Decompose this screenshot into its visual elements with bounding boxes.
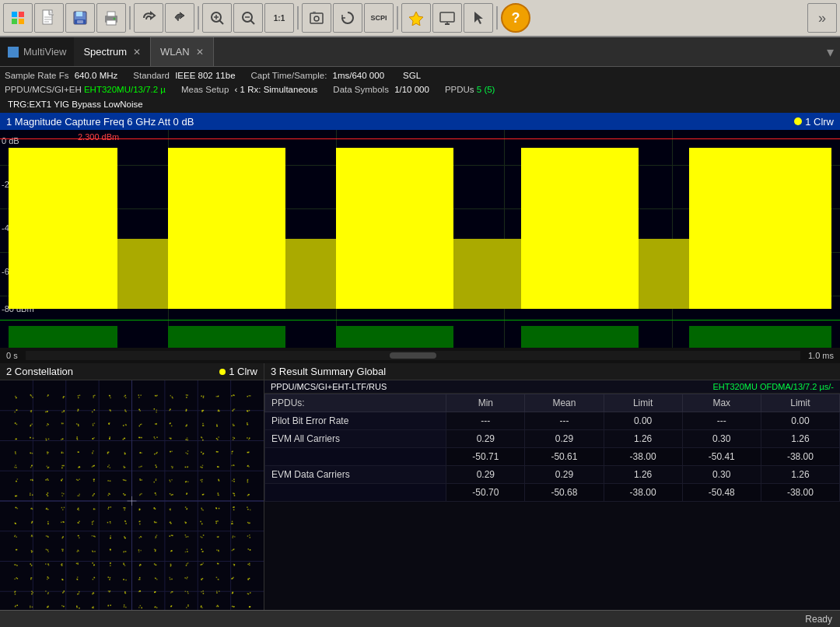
cell-max: --- bbox=[682, 412, 761, 430]
col-min: Min bbox=[446, 394, 525, 412]
toolbar: 1:1 SCPI ? » bbox=[0, 0, 840, 37]
display-button[interactable] bbox=[432, 3, 462, 33]
zoom-in-button[interactable] bbox=[202, 3, 232, 33]
results-title: 3 Result Summary Global bbox=[271, 366, 386, 377]
time-scrollbar[interactable] bbox=[26, 351, 800, 360]
new-file-button[interactable] bbox=[34, 3, 64, 33]
svg-marker-26 bbox=[409, 12, 423, 26]
info-row-1: Sample Rate Fs 640.0 MHz Standard IEEE 8… bbox=[5, 68, 835, 82]
table-row: Pilot Bit Error Rate --- --- 0.00 --- 0.… bbox=[265, 412, 840, 430]
constellation-plot bbox=[0, 380, 264, 622]
svg-rect-14 bbox=[107, 20, 116, 25]
signal-block-4 bbox=[521, 148, 639, 309]
cell-mean: -50.68 bbox=[525, 484, 604, 502]
cell-mean: 0.29 bbox=[525, 430, 604, 448]
noise-2 bbox=[285, 239, 336, 309]
constellation-marker-dot bbox=[219, 369, 226, 375]
svg-rect-2 bbox=[12, 19, 17, 24]
sync-button[interactable] bbox=[333, 3, 362, 33]
table-row: -50.70 -50.68 -38.00 -50.48 -38.00 bbox=[265, 484, 840, 502]
tab-wlan[interactable]: WLAN ✕ bbox=[151, 37, 214, 66]
col-max: Max bbox=[682, 394, 761, 412]
expand-button[interactable]: » bbox=[807, 3, 837, 33]
undo-button[interactable] bbox=[134, 3, 163, 33]
redo-button[interactable] bbox=[165, 3, 194, 33]
svg-rect-27 bbox=[440, 12, 454, 22]
table-row: EVM Data Carriers 0.29 0.29 1.26 0.30 1.… bbox=[265, 466, 840, 484]
sample-rate-label: Sample Rate Fs 640.0 MHz bbox=[5, 68, 117, 82]
signal-button[interactable] bbox=[401, 3, 431, 33]
help-button[interactable]: ? bbox=[501, 3, 530, 33]
svg-point-15 bbox=[114, 18, 116, 20]
info-row-2: PPDU/MCS/GI+EH EHT320MU/13/7.2 µ Meas Se… bbox=[5, 82, 835, 96]
cell-name bbox=[265, 448, 446, 466]
cell-name: EVM Data Carriers bbox=[265, 466, 446, 484]
data-symbols-info: Data Symbols 1/10 000 bbox=[333, 82, 429, 96]
tab-spectrum-close[interactable]: ✕ bbox=[133, 47, 141, 58]
svg-rect-13 bbox=[107, 12, 115, 16]
results-subtitle-left: PPDU/MCS/GI+EHT-LTF/RUS bbox=[271, 382, 387, 391]
cell-min: -50.71 bbox=[446, 448, 525, 466]
cell-min: 0.29 bbox=[446, 430, 525, 448]
constellation-title-bar: 2 Constellation 1 Clrw bbox=[0, 363, 264, 380]
cell-max: -50.48 bbox=[682, 484, 761, 502]
cell-limit1: -38.00 bbox=[604, 484, 682, 502]
toolbar-separator-4 bbox=[397, 6, 398, 30]
capture-button[interactable] bbox=[302, 3, 331, 33]
ppdus-info: PPDUs 5 (5) bbox=[445, 82, 495, 96]
tab-wlan-close[interactable]: ✕ bbox=[196, 47, 204, 58]
cursor-button[interactable] bbox=[464, 3, 493, 33]
print-button[interactable] bbox=[96, 3, 126, 33]
constellation-canvas[interactable] bbox=[0, 380, 264, 622]
green-bar-5 bbox=[689, 326, 832, 348]
tab-menu-button[interactable]: ▾ bbox=[827, 37, 840, 66]
toolbar-separator-2 bbox=[198, 6, 199, 30]
signal-block-2 bbox=[168, 148, 285, 309]
col-limit2: Limit bbox=[761, 394, 839, 412]
cell-max: 0.30 bbox=[682, 466, 761, 484]
cell-mean: -50.61 bbox=[525, 448, 604, 466]
results-table-body: Pilot Bit Error Rate --- --- 0.00 --- 0.… bbox=[265, 412, 840, 502]
save-button[interactable] bbox=[65, 3, 95, 33]
constellation-panel: 2 Constellation 1 Clrw bbox=[0, 363, 264, 622]
zoom-out-button[interactable] bbox=[233, 3, 263, 33]
magnitude-chart[interactable]: 0 dB -20 dBm -40 dBm -60 dBm -80 dBm 2.3… bbox=[0, 130, 840, 348]
noise-4 bbox=[639, 239, 689, 309]
one-to-one-button[interactable]: 1:1 bbox=[264, 3, 294, 33]
tab-spectrum[interactable]: Spectrum ✕ bbox=[74, 37, 151, 66]
cell-mean: --- bbox=[525, 412, 604, 430]
magnitude-marker-label: 1 Clrw bbox=[805, 116, 834, 128]
app-name-area: MultiView bbox=[0, 37, 74, 66]
toolbar-separator-1 bbox=[129, 6, 131, 30]
col-name: PPDUs: bbox=[265, 394, 446, 412]
windows-button[interactable] bbox=[3, 3, 33, 33]
signal-block-5 bbox=[689, 148, 832, 309]
signal-block-1 bbox=[9, 148, 117, 309]
time-end: 1.0 ms bbox=[808, 351, 834, 360]
ref-line-green bbox=[0, 320, 840, 321]
time-axis: 0 s 1.0 ms bbox=[0, 348, 840, 363]
status-bar: Ready bbox=[0, 610, 840, 627]
svg-line-17 bbox=[219, 20, 223, 24]
svg-rect-11 bbox=[77, 20, 83, 23]
constellation-title: 2 Constellation bbox=[6, 366, 73, 377]
y-label-0db: 0 dB bbox=[2, 136, 19, 145]
ref-label: 2.300 dBm bbox=[78, 132, 119, 142]
svg-point-25 bbox=[314, 16, 319, 21]
tab-wlan-label: WLAN bbox=[160, 46, 190, 58]
results-table[interactable]: PPDUs: Min Mean Limit Max Limit Pilot Bi… bbox=[264, 394, 840, 622]
info-bar: Sample Rate Fs 640.0 MHz Standard IEEE 8… bbox=[0, 67, 840, 113]
capt-time-label: Capt Time/Sample: 1ms/640 000 bbox=[251, 68, 385, 82]
magnitude-marker-dot bbox=[794, 117, 802, 125]
scpi-button[interactable]: SCPI bbox=[364, 3, 394, 33]
cell-limit2: 1.26 bbox=[761, 430, 839, 448]
time-scroll-handle[interactable] bbox=[390, 352, 436, 359]
magnitude-marker: 1 Clrw bbox=[794, 116, 834, 128]
results-title-bar: 3 Result Summary Global bbox=[264, 363, 840, 380]
tab-spectrum-label: Spectrum bbox=[83, 46, 127, 58]
cell-max: -50.41 bbox=[682, 448, 761, 466]
cell-max: 0.30 bbox=[682, 430, 761, 448]
cell-limit1: 0.00 bbox=[604, 412, 682, 430]
info-row-3: TRG:EXT1 YIG Bypass LowNoise bbox=[5, 97, 835, 111]
table-row: -50.71 -50.61 -38.00 -50.41 -38.00 bbox=[265, 448, 840, 466]
